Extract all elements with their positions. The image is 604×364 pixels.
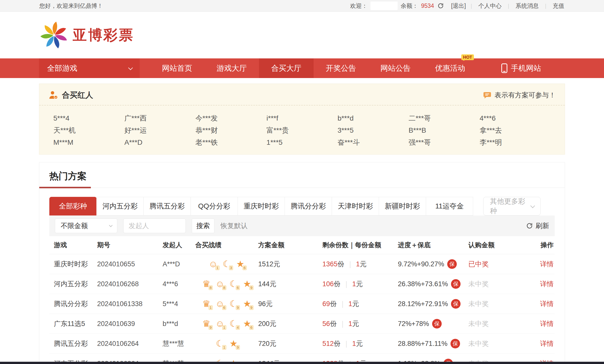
guarantee-badge: 保 — [451, 279, 461, 289]
hot-user-name[interactable]: 富***贵 — [267, 126, 337, 135]
nav-item[interactable]: 合买大厅 — [259, 58, 314, 78]
lottery-tab[interactable]: 11运夺金 — [426, 197, 473, 215]
hot-user-name[interactable]: B***B — [408, 126, 479, 135]
cell-plan-amount: 1512元 — [258, 260, 322, 269]
nav-item[interactable]: 网站首页 — [150, 58, 204, 78]
hot-user-name[interactable]: 二***哥 — [408, 114, 479, 123]
cell-status: 未中奖 — [468, 299, 526, 308]
reset-default-link[interactable]: 恢复默认 — [220, 221, 248, 230]
logout-link[interactable]: [退出] — [451, 2, 466, 10]
cell-achievements: ♛8☺8☾6★9 — [195, 279, 258, 289]
lottery-tab[interactable]: 重庆时时彩 — [238, 197, 285, 215]
detail-link[interactable]: 详情 — [540, 339, 555, 348]
amount-filter-select[interactable]: 不限金额 — [55, 219, 117, 233]
star-icon: ★6 — [235, 259, 246, 269]
table-row: 腾讯分分彩2024010613385***4♛1☺6☾9★996元69份｜1元2… — [49, 294, 555, 314]
hot-user-name[interactable]: 强***哥 — [408, 138, 479, 147]
lottery-tab[interactable]: 河内五分彩 — [96, 197, 144, 215]
detail-link[interactable]: 详情 — [540, 299, 555, 308]
progress-value: 28.12%+72.91% — [398, 300, 448, 308]
star-icon: ★9 — [242, 279, 253, 289]
hot-user-name[interactable]: 好***运 — [124, 126, 195, 135]
search-button[interactable]: 搜索 — [192, 219, 214, 233]
hot-user-name[interactable]: A***D — [124, 138, 195, 147]
progress-value: 28.88%+71.11% — [398, 340, 447, 348]
table-header: 游戏期号发起人合买战绩方案金额剩余份数｜每份金额进度＋保底认购金额操作 — [49, 236, 555, 254]
hot-user-name[interactable]: 奋***斗 — [337, 138, 408, 147]
hot-user-name[interactable]: 1***5 — [267, 138, 337, 147]
lottery-tab[interactable]: 腾讯分分彩 — [285, 197, 332, 215]
lottery-tab[interactable]: QQ分分彩 — [191, 197, 238, 215]
hot-user-name[interactable]: i***f — [267, 114, 337, 123]
hot-user-name[interactable]: 李***明 — [480, 138, 551, 147]
detail-link[interactable]: 详情 — [540, 279, 555, 288]
nav-item[interactable]: 网站公告 — [368, 58, 423, 78]
balance-label: 余额： — [401, 2, 418, 10]
sponsor-search-input[interactable] — [123, 219, 186, 233]
hot-badge: HOT — [461, 54, 474, 60]
badge-count: 6 — [222, 305, 226, 310]
cell-achievements: ☾1★9 — [195, 339, 258, 349]
shares-separator: ｜ — [343, 339, 350, 348]
more-lotteries-dropdown[interactable]: 其他更多彩种 — [483, 197, 541, 215]
hot-user-name[interactable]: 拿***去 — [480, 126, 551, 135]
badge-count: 9 — [236, 305, 240, 310]
topbar-link[interactable]: 充值 — [553, 2, 564, 10]
hot-user-name[interactable]: 广***西 — [124, 114, 195, 123]
lottery-tab[interactable]: 新疆时时彩 — [379, 197, 426, 215]
plans-title: 热门方案 — [49, 171, 87, 181]
hot-user-name[interactable]: 3***5 — [337, 126, 408, 135]
per-share-value: 1元 — [349, 319, 359, 328]
lottery-tab[interactable]: 腾讯五分彩 — [143, 197, 191, 215]
shares-value: 69份 — [322, 299, 337, 308]
cell-progress: 9.72%+90.27%保 — [398, 259, 468, 269]
cell-game: 腾讯分分彩 — [49, 299, 97, 308]
badge-count: 3 — [229, 266, 233, 270]
hot-user-name[interactable]: M***M — [53, 138, 124, 147]
detail-link[interactable]: 详情 — [540, 260, 555, 269]
shares-separator: ｜ — [339, 319, 346, 328]
crown-icon: ♛8 — [201, 279, 212, 289]
hot-user-name[interactable]: 恭***财 — [196, 126, 267, 135]
face-icon: ☺8 — [214, 279, 225, 289]
cell-sponsor: 5***4 — [163, 300, 195, 308]
refresh-balance-icon[interactable] — [437, 3, 444, 9]
balance-value: 9534 — [421, 3, 434, 9]
footer-strip — [0, 362, 604, 364]
cell-game: 广东11选5 — [49, 319, 97, 328]
username-box[interactable] — [370, 2, 398, 10]
moon-icon: ☾3 — [221, 259, 232, 269]
plans-table: 游戏期号发起人合买战绩方案金额剩余份数｜每份金额进度＋保底认购金额操作 重庆时时… — [49, 236, 555, 364]
topbar-link[interactable]: 系统消息 — [515, 2, 539, 10]
cell-shares: 106份｜1元 — [322, 279, 398, 288]
hot-user-name[interactable]: 老***铁 — [196, 138, 267, 147]
cell-plan-amount: 720元 — [258, 339, 322, 348]
lottery-tab[interactable]: 全部彩种 — [49, 197, 97, 215]
hot-user-name[interactable]: 今***发 — [196, 114, 267, 123]
hot-user-name[interactable]: 5***4 — [53, 114, 124, 123]
guarantee-badge: 保 — [432, 319, 442, 329]
per-share-value: 1元 — [349, 299, 359, 308]
amount-filter-value: 不限金额 — [61, 221, 88, 230]
hot-user-name[interactable]: 4***6 — [480, 114, 551, 123]
lottery-tab[interactable]: 天津时时彩 — [332, 197, 379, 215]
hot-users-note-wrap: 表示有方案可参与！ — [483, 91, 556, 100]
hot-user-name[interactable]: 天***机 — [53, 126, 124, 135]
nav-item[interactable]: 开奖公告 — [314, 58, 368, 78]
badge-count: 9 — [209, 325, 213, 330]
nav-item-label: 优惠活动 — [435, 63, 465, 74]
nav-item[interactable]: 游戏大厅 — [204, 58, 259, 78]
cell-plan-amount: 96元 — [258, 299, 322, 308]
face-icon: ☺1 — [208, 259, 219, 269]
nav-item[interactable]: 优惠活动HOT — [423, 58, 477, 78]
detail-link[interactable]: 详情 — [540, 319, 555, 328]
all-games-menu[interactable]: 全部游戏 — [39, 58, 140, 78]
nav-item-mobile-site[interactable]: 手机网站 — [501, 58, 541, 78]
hot-users-grid: 5***4广***西今***发i***fb***d二***哥4***6天***机… — [39, 105, 565, 154]
hot-user-name[interactable]: b***d — [337, 114, 408, 123]
topbar-link[interactable]: 个人中心 — [478, 2, 502, 10]
refresh-button[interactable]: 刷新 — [526, 221, 549, 230]
page: 您好，欢迎来到亿鼎博！ 欢迎： 余额： 9534 [退出] ｜个人中心｜系统消息… — [0, 0, 604, 364]
cell-progress: 26.38%+73.61%保 — [398, 279, 468, 289]
face-icon: ☺6 — [214, 299, 225, 309]
